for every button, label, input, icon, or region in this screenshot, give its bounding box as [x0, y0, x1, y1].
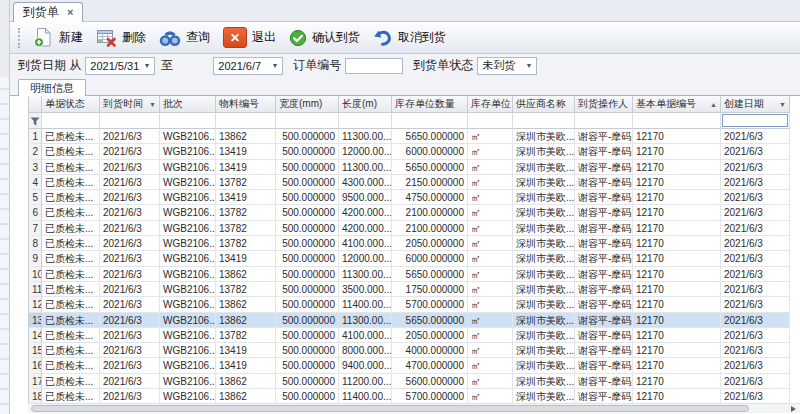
- cell: 2021/6/3: [721, 282, 790, 297]
- cancel-arrival-button[interactable]: 取消到货: [368, 26, 454, 50]
- row-number-cell: 2: [28, 144, 42, 159]
- filter-cell[interactable]: [513, 113, 575, 129]
- table-row[interactable]: 3已质检未...2021/6/3WGB2106...13419500.00000…: [28, 160, 790, 175]
- created-date-filter-input[interactable]: [722, 114, 788, 127]
- sort-desc-icon: ▼: [777, 101, 786, 108]
- filter-cell[interactable]: [721, 113, 790, 129]
- filter-cell[interactable]: [276, 113, 339, 129]
- exit-button[interactable]: ✕ 退出: [218, 24, 284, 51]
- table-row[interactable]: 14已质检未...2021/6/3WGB2106...13782500.0000…: [28, 328, 790, 343]
- filter-cell[interactable]: [575, 113, 633, 129]
- filter-cell[interactable]: [468, 113, 513, 129]
- column-header[interactable]: 宽度(mm): [276, 96, 339, 113]
- cell: 2021/6/3: [100, 282, 160, 297]
- tab-close-icon[interactable]: ×: [67, 7, 73, 18]
- table-row[interactable]: 10已质检未...2021/6/3WGB2106...13862500.0000…: [28, 267, 790, 282]
- cell: 4200.000...: [339, 221, 392, 236]
- cell: 12170: [633, 313, 721, 328]
- column-header[interactable]: 到货时间▼: [100, 96, 160, 113]
- cell: 已质检未...: [42, 175, 100, 190]
- table-row[interactable]: 11已质检未...2021/6/3WGB2106...13782500.0000…: [28, 282, 790, 297]
- scrollbar-thumb[interactable]: [31, 405, 749, 412]
- cell: 深圳市美欧...: [513, 205, 575, 220]
- query-button[interactable]: 查询: [154, 25, 218, 51]
- delete-button[interactable]: 删除: [91, 24, 154, 51]
- row-indicator-header[interactable]: [28, 96, 42, 113]
- column-header[interactable]: 长度(m): [339, 96, 392, 113]
- new-button[interactable]: 新建: [28, 24, 91, 51]
- column-header[interactable]: 创建日期▼: [721, 96, 790, 113]
- row-number-cell: 13: [28, 313, 42, 328]
- table-row[interactable]: 12已质检未...2021/6/3WGB2106...13862500.0000…: [28, 297, 790, 312]
- cell: WGB2106...: [160, 282, 216, 297]
- column-header[interactable]: 单据状态: [42, 96, 100, 113]
- column-header[interactable]: 批次: [160, 96, 216, 113]
- table-row[interactable]: 13已质检未...2021/6/3WGB2106...13862500.0000…: [28, 313, 790, 328]
- cell: 500.000000: [276, 160, 339, 175]
- cell: 11200.00...: [339, 374, 392, 389]
- table-row[interactable]: 15已质检未...2021/6/3WGB2106...13419500.0000…: [28, 343, 790, 358]
- new-button-label: 新建: [59, 29, 83, 46]
- cell: 谢容平-摩码: [575, 313, 633, 328]
- filter-cell[interactable]: [42, 113, 100, 129]
- table-row[interactable]: 5已质检未...2021/6/3WGB2106...13419500.00000…: [28, 190, 790, 205]
- table-row[interactable]: 1已质检未...2021/6/3WGB2106...13862500.00000…: [28, 129, 790, 144]
- column-header[interactable]: 到货操作人: [575, 96, 633, 113]
- cell: 11300.00...: [339, 160, 392, 175]
- column-header[interactable]: 基本单据编号▲: [633, 96, 721, 113]
- table-row[interactable]: 16已质检未...2021/6/3WGB2106...13419500.0000…: [28, 358, 790, 373]
- left-panel-edge-top: [0, 0, 10, 77]
- column-header[interactable]: 供应商名称: [513, 96, 575, 113]
- cell: 2021/6/3: [100, 144, 160, 159]
- table-row[interactable]: 2已质检未...2021/6/3WGB2106...13419500.00000…: [28, 144, 790, 159]
- cell: ㎡: [468, 358, 513, 373]
- arrival-status-combo[interactable]: 未到货 ▼: [477, 57, 537, 75]
- order-no-label: 订单编号: [293, 57, 341, 74]
- cell: 已质检未...: [42, 328, 100, 343]
- filter-cell[interactable]: [633, 113, 721, 129]
- order-no-input[interactable]: [345, 58, 403, 74]
- table-row[interactable]: 6已质检未...2021/6/3WGB2106...13782500.00000…: [28, 205, 790, 220]
- table-row[interactable]: 9已质检未...2021/6/3WGB2106...13419500.00000…: [28, 251, 790, 266]
- filter-cell[interactable]: [216, 113, 276, 129]
- cell: 已质检未...: [42, 358, 100, 373]
- cell: 深圳市美欧...: [513, 175, 575, 190]
- filter-cell[interactable]: [160, 113, 216, 129]
- horizontal-scrollbar[interactable]: [28, 403, 800, 413]
- filter-cell[interactable]: [392, 113, 468, 129]
- date-to-combo[interactable]: 2021/6/7 ▼: [213, 57, 283, 75]
- confirm-arrival-button[interactable]: 确认到货: [284, 26, 368, 50]
- to-label: 至: [161, 57, 173, 74]
- filter-cell[interactable]: [339, 113, 392, 129]
- cell: 谢容平-摩码: [575, 343, 633, 358]
- cell: WGB2106...: [160, 251, 216, 266]
- cell: 2021/6/3: [100, 236, 160, 251]
- table-row[interactable]: 7已质检未...2021/6/3WGB2106...13782500.00000…: [28, 221, 790, 236]
- column-header[interactable]: 物料编号: [216, 96, 276, 113]
- check-circle-icon: [289, 29, 307, 47]
- scroll-right-icon[interactable]: [791, 406, 796, 412]
- table-row[interactable]: 4已质检未...2021/6/3WGB2106...13782500.00000…: [28, 175, 790, 190]
- filter-row-indicator-cell[interactable]: [28, 113, 42, 129]
- column-header[interactable]: 库存单位: [468, 96, 513, 113]
- cell: 500.000000: [276, 343, 339, 358]
- tab-arrival-order[interactable]: 到货单 ×: [13, 2, 83, 22]
- toolbar-grip-handle[interactable]: [18, 28, 20, 48]
- tab-detail-info[interactable]: 明细信息: [18, 79, 86, 96]
- cell: 12000.00...: [339, 144, 392, 159]
- cell: 13782: [216, 175, 276, 190]
- column-header[interactable]: 库存单位数量: [392, 96, 468, 113]
- filter-cell[interactable]: [100, 113, 160, 129]
- date-from-combo[interactable]: 2021/5/31 ▼: [85, 57, 155, 75]
- cell: 12170: [633, 221, 721, 236]
- table-row[interactable]: 8已质检未...2021/6/3WGB2106...13782500.00000…: [28, 236, 790, 251]
- cell: 谢容平-摩码: [575, 358, 633, 373]
- cell: 5700.000000: [392, 297, 468, 312]
- cell: 12170: [633, 374, 721, 389]
- cell: 谢容平-摩码: [575, 160, 633, 175]
- cell: 2021/6/3: [721, 343, 790, 358]
- table-row[interactable]: 17已质检未...2021/6/3WGB2106...13862500.0000…: [28, 374, 790, 389]
- cell: 13862: [216, 129, 276, 144]
- cell: 500.000000: [276, 144, 339, 159]
- column-header-label: 到货时间: [103, 97, 143, 111]
